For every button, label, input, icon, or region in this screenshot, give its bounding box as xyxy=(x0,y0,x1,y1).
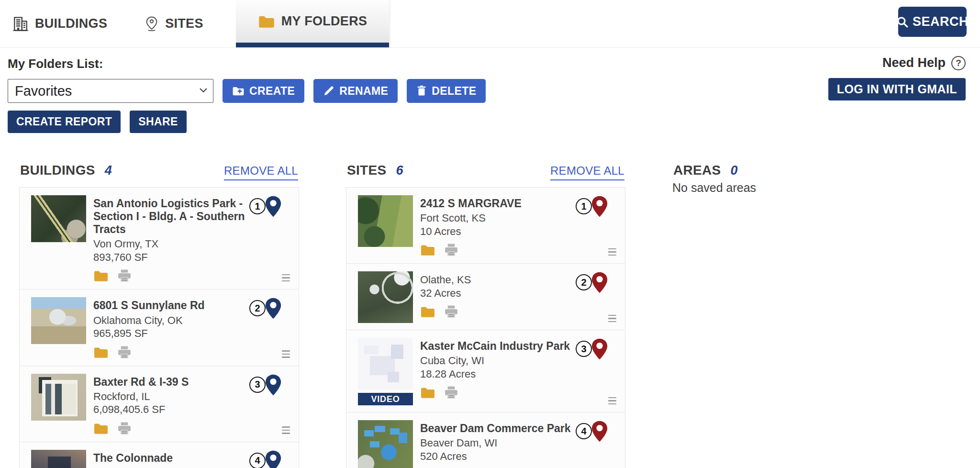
search-button[interactable]: SEARCH xyxy=(898,7,967,37)
tab-sites-label: SITES xyxy=(165,16,203,31)
printer-icon[interactable] xyxy=(117,346,132,359)
folder-icon[interactable] xyxy=(420,386,435,399)
thumbnail[interactable] xyxy=(31,195,86,242)
thumbnail[interactable] xyxy=(358,338,413,390)
drag-handle-icon[interactable] xyxy=(608,315,616,323)
list-item[interactable]: The Colonnade Suite 1075 Minneapolis, MN… xyxy=(20,442,299,468)
thumbnail[interactable] xyxy=(358,271,413,323)
item-title: Beaver Dam Commerce Park xyxy=(420,422,578,435)
printer-icon[interactable] xyxy=(444,386,458,399)
drag-handle-icon[interactable] xyxy=(282,274,290,282)
map-pin-icon[interactable] xyxy=(264,195,282,218)
search-icon xyxy=(896,16,909,28)
tab-buildings[interactable]: BUILDINGS xyxy=(12,0,107,47)
tab-sites[interactable]: SITES xyxy=(145,0,203,47)
item-line2: 6,098,405.6 SF xyxy=(93,403,251,416)
folder-plus-icon xyxy=(232,86,245,96)
item-title: San Antonio Logistics Park - Section I -… xyxy=(93,197,251,236)
login-gmail-label: LOG IN WITH GMAIL xyxy=(837,82,957,96)
thumbnail[interactable] xyxy=(31,374,86,421)
folder-content: BUILDINGS 4 REMOVE ALL San Antonio Logis… xyxy=(0,148,980,468)
item-line2: 18.28 Acres xyxy=(420,368,578,381)
sites-column-title: SITES xyxy=(347,163,386,178)
folder-icon[interactable] xyxy=(93,346,109,359)
list-item[interactable]: VIDEO Kaster McCain Industry Park Cuba C… xyxy=(346,330,625,412)
drag-handle-icon[interactable] xyxy=(608,397,616,405)
item-title: Kaster McCain Industry Park xyxy=(420,340,578,353)
sites-remove-all-link[interactable]: REMOVE ALL xyxy=(550,164,624,180)
sites-list: 2412 S MARGRAVE Fort Scott, KS 10 Acres xyxy=(346,187,625,468)
map-pin-icon[interactable] xyxy=(264,450,282,468)
my-folders-list-label: My Folders List: xyxy=(8,56,972,71)
list-item[interactable]: Olathe, KS 32 Acres xyxy=(346,263,625,330)
folder-icon xyxy=(258,14,275,29)
printer-icon[interactable] xyxy=(117,269,132,282)
thumbnail[interactable] xyxy=(358,420,413,468)
sites-column: SITES 6 REMOVE ALL 2412 S MARGRAVE Fort … xyxy=(346,163,625,468)
login-gmail-button[interactable]: LOG IN WITH GMAIL xyxy=(828,78,966,100)
map-pin-icon[interactable] xyxy=(590,338,609,361)
item-number-badge: 2 xyxy=(249,300,266,316)
map-pin-icon[interactable] xyxy=(590,271,609,294)
rename-folder-button[interactable]: RENAME xyxy=(313,79,398,103)
tab-buildings-label: BUILDINGS xyxy=(35,16,107,31)
item-line1: Beaver Dam, WI xyxy=(420,436,578,450)
buildings-remove-all-link[interactable]: REMOVE ALL xyxy=(224,164,298,180)
areas-count: 0 xyxy=(731,163,738,178)
printer-icon[interactable] xyxy=(444,305,458,318)
folder-icon[interactable] xyxy=(420,305,435,318)
need-help-label: Need Help xyxy=(882,56,946,70)
item-title: Baxter Rd & I-39 S xyxy=(93,376,251,389)
list-item[interactable]: 2412 S MARGRAVE Fort Scott, KS 10 Acres xyxy=(346,188,625,263)
list-item[interactable]: 6801 S Sunnylane Rd Oklahoma City, OK 96… xyxy=(20,289,299,365)
list-item[interactable]: San Antonio Logistics Park - Section I -… xyxy=(20,188,299,289)
map-pin-icon[interactable] xyxy=(264,374,282,397)
map-pin-outline-icon xyxy=(145,16,159,32)
delete-folder-button[interactable]: DELETE xyxy=(407,79,486,103)
map-pin-icon[interactable] xyxy=(264,297,282,320)
item-line1: Oklahoma City, OK xyxy=(93,314,251,327)
item-line1: Von Ormy, TX xyxy=(93,237,251,251)
create-report-label: CREATE REPORT xyxy=(16,115,112,128)
tab-my-folders[interactable]: MY FOLDERS xyxy=(236,0,390,47)
printer-icon[interactable] xyxy=(117,422,132,435)
folder-icon[interactable] xyxy=(420,244,435,256)
item-line2: 10 Acres xyxy=(420,225,578,238)
item-line2: 32 Acres xyxy=(420,287,578,300)
tab-my-folders-label: MY FOLDERS xyxy=(281,14,368,29)
map-pin-icon[interactable] xyxy=(590,420,609,443)
list-item[interactable]: VIDEOS Beaver Dam Commerce Park Beaver D… xyxy=(346,412,625,468)
share-button[interactable]: SHARE xyxy=(130,111,187,133)
drag-handle-icon[interactable] xyxy=(608,248,616,256)
map-pin-icon[interactable] xyxy=(590,195,609,218)
create-report-button[interactable]: CREATE REPORT xyxy=(8,111,121,133)
buildings-column-title: BUILDINGS xyxy=(20,163,95,178)
question-mark-icon[interactable]: ? xyxy=(951,56,966,70)
video-badge: VIDEO xyxy=(358,393,413,405)
folder-icon[interactable] xyxy=(93,269,109,282)
drag-handle-icon[interactable] xyxy=(282,426,290,434)
pencil-icon xyxy=(323,85,334,97)
item-number-badge: 3 xyxy=(249,377,266,393)
trash-icon xyxy=(416,85,427,97)
item-line1: Rockford, IL xyxy=(93,390,251,403)
printer-icon[interactable] xyxy=(444,244,458,256)
folder-select[interactable]: Favorites xyxy=(8,79,213,103)
item-number-badge: 4 xyxy=(249,453,266,468)
item-title: 2412 S MARGRAVE xyxy=(420,197,578,210)
buildings-list: San Antonio Logistics Park - Section I -… xyxy=(19,187,299,468)
thumbnail[interactable] xyxy=(31,297,86,344)
drag-handle-icon[interactable] xyxy=(282,350,290,358)
rename-folder-label: RENAME xyxy=(339,85,388,98)
item-number-badge: 1 xyxy=(249,198,266,214)
list-item[interactable]: Baxter Rd & I-39 S Rockford, IL 6,098,40… xyxy=(20,366,299,442)
create-folder-label: CREATE xyxy=(249,85,295,98)
item-line1: Fort Scott, KS xyxy=(420,212,578,225)
thumbnail[interactable] xyxy=(358,195,413,247)
need-help[interactable]: Need Help ? xyxy=(882,56,966,70)
create-folder-button[interactable]: CREATE xyxy=(223,79,304,103)
folder-icon[interactable] xyxy=(93,422,109,435)
thumbnail[interactable] xyxy=(31,450,86,468)
building-icon xyxy=(12,16,29,32)
areas-empty-text: No saved areas xyxy=(672,181,961,195)
